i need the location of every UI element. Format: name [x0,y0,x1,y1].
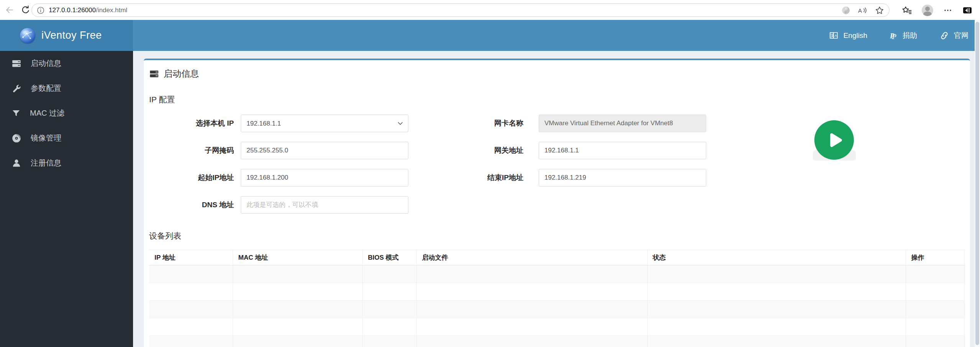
site-info-icon[interactable] [36,6,45,15]
subnet-mask-label: 子网掩码 [149,146,234,155]
gateway-field[interactable] [539,142,706,159]
table-row [149,318,965,336]
main-content: 启动信息 IP 配置 选择本机 IP 192.168.1.1 网卡名称 [133,51,975,347]
sidebar-nav: 启动信息 参数配置 MAC 过滤 镜像管理 注册信息 [0,51,133,347]
url-host: 127.0.0.1:26000 [49,7,96,14]
page-title-label: 启动信息 [164,68,199,80]
col-ip-address: IP 地址 [149,250,233,265]
paypal-icon: PP [890,31,898,40]
subnet-mask-field[interactable] [241,142,408,159]
sidebar-item-label: 参数配置 [31,83,61,93]
svg-text:A: A [834,33,837,38]
address-bar[interactable]: 127.0.0.1:26000/index.html A [31,3,890,17]
translate-icon: 文A [829,31,839,40]
refresh-button[interactable] [19,3,32,16]
filter-icon [12,109,21,118]
sidebar-item-mac-filter[interactable]: MAC 过滤 [0,101,133,126]
browser-actions [902,3,972,17]
col-actions: 操作 [906,250,965,265]
device-table: IP 地址 MAC 地址 BIOS 模式 启动文件 状态 操作 [149,250,965,347]
sidebar-item-label: 镜像管理 [31,133,61,143]
table-row [149,265,965,283]
boot-info-panel: 启动信息 IP 配置 选择本机 IP 192.168.1.1 网卡名称 [144,59,970,347]
url-text: 127.0.0.1:26000/index.html [49,7,127,14]
server-icon [12,59,21,69]
app-header: iVentoy Free 文A English PP 捐助 官网 [0,20,975,51]
ip-end-field[interactable] [539,169,706,187]
nic-name-field [539,115,706,132]
col-boot-file: 启动文件 [416,250,647,265]
table-row [149,301,965,318]
url-path: /index.html [96,7,127,14]
local-ip-select[interactable]: 192.168.1.1 [241,115,408,132]
page-scrollbar[interactable] [975,20,980,347]
nic-name-label: 网卡名称 [428,118,523,128]
browser-extension-icon[interactable] [841,5,851,15]
favorites-bar-icon[interactable] [902,6,912,15]
table-row [149,336,965,347]
page-title: 启动信息 [149,68,965,80]
gateway-label: 网关地址 [428,146,523,155]
ip-start-field[interactable] [241,169,408,187]
iventoy-logo [20,28,35,43]
svg-text:文: 文 [830,34,834,38]
col-bios-mode: BIOS 模式 [362,250,416,265]
scrollbar-thumb[interactable] [975,22,979,345]
server-icon [149,69,159,79]
play-icon [823,129,845,151]
start-service-button[interactable] [814,120,854,160]
read-aloud-icon[interactable]: A [858,5,868,15]
sidebar-item-register-info[interactable]: 注册信息 [0,151,133,175]
col-status: 状态 [647,250,906,265]
language-link[interactable]: 文A English [829,31,867,40]
ip-start-label: 起始IP地址 [149,173,234,183]
svg-text:P: P [891,33,896,40]
ip-end-label: 结束IP地址 [428,173,523,183]
sidebar-item-label: 注册信息 [31,158,61,168]
local-ip-label: 选择本机 IP [149,118,234,128]
profile-avatar[interactable] [922,5,933,16]
favorite-star-icon[interactable] [875,5,885,15]
donate-link[interactable]: PP 捐助 [890,31,917,41]
sidebar-toggle-icon[interactable] [962,6,972,15]
device-table-header-row: IP 地址 MAC 地址 BIOS 模式 启动文件 状态 操作 [149,250,965,265]
header-links: 文A English PP 捐助 官网 [133,20,975,51]
language-link-label: English [844,31,867,40]
sidebar-item-config[interactable]: 参数配置 [0,76,133,101]
col-mac-address: MAC 地址 [233,250,362,265]
wrench-icon [12,83,21,93]
user-icon [12,158,21,168]
website-link[interactable]: 官网 [939,31,968,41]
app-logo-area: iVentoy Free [0,20,133,51]
browser-toolbar: 127.0.0.1:26000/index.html A [0,0,980,20]
link-icon [939,31,949,40]
svg-text:A: A [858,7,862,14]
settings-menu-icon[interactable] [943,6,952,15]
app-title: iVentoy Free [41,29,102,41]
dns-label: DNS 地址 [149,200,234,210]
disc-icon [12,133,21,143]
dns-field[interactable] [241,196,408,214]
donate-link-label: 捐助 [903,31,917,41]
table-row [149,283,965,301]
sidebar-item-label: 启动信息 [31,58,61,69]
ip-config-section-title: IP 配置 [149,94,965,105]
sidebar-item-image-mgmt[interactable]: 镜像管理 [0,126,133,151]
back-button[interactable] [3,3,16,16]
back-arrow-icon [5,5,14,15]
device-list-section-title: 设备列表 [149,231,965,241]
website-link-label: 官网 [954,31,968,41]
sidebar-item-boot-info[interactable]: 启动信息 [0,51,133,76]
sidebar-item-label: MAC 过滤 [30,108,64,118]
refresh-icon [21,5,30,15]
